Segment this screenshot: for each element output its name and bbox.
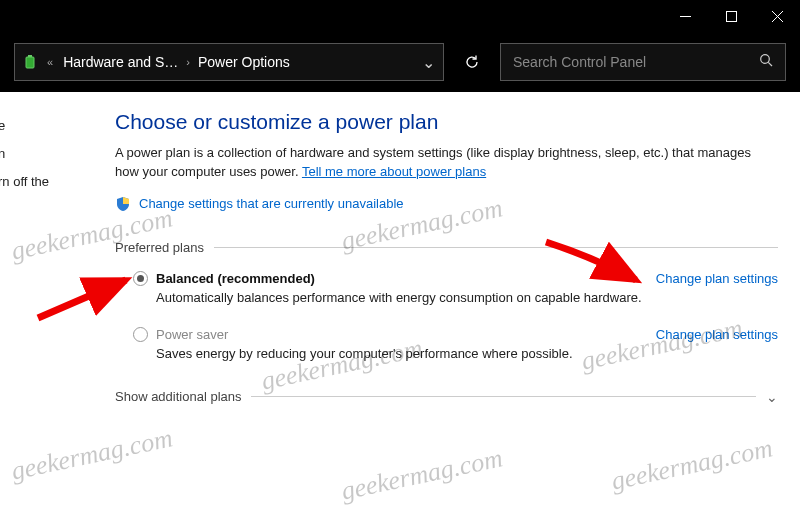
preferred-plans-label: Preferred plans [115,240,778,255]
chevron-down-icon[interactable]: ⌄ [422,53,435,72]
address-bar[interactable]: « Hardware and S… › Power Options ⌄ [14,43,444,81]
plan-power-saver: Power saver Change plan settings Saves e… [115,327,778,361]
chevron-right-icon: › [186,56,190,68]
breadcrumb-back-icon: « [47,56,53,68]
shield-icon [115,196,131,212]
breadcrumb-current[interactable]: Power Options [198,54,290,70]
svg-point-6 [761,55,770,64]
refresh-button[interactable] [454,43,490,81]
maximize-button[interactable] [708,0,754,32]
chevron-down-icon: ⌄ [766,389,778,405]
breadcrumb-parent[interactable]: Hardware and S… [63,54,178,70]
plan-balanced-name[interactable]: Balanced (recommended) [156,271,315,286]
page-description: A power plan is a collection of hardware… [115,144,778,182]
main-panel: Choose or customize a power plan A power… [115,110,778,405]
page-title: Choose or customize a power plan [115,110,778,134]
plan-balanced: Balanced (recommended) Change plan setti… [115,271,778,305]
change-plan-settings-saver[interactable]: Change plan settings [656,327,778,342]
radio-power-saver[interactable] [133,327,148,342]
sidebar-fragment: e n rn off the [0,112,49,196]
search-placeholder: Search Control Panel [513,54,759,70]
change-plan-settings-balanced[interactable]: Change plan settings [656,271,778,286]
close-button[interactable] [754,0,800,32]
learn-more-link[interactable]: Tell me more about power plans [302,164,486,179]
svg-rect-1 [726,11,736,21]
content-area: e n rn off the Choose or customize a pow… [0,92,800,527]
plan-saver-name[interactable]: Power saver [156,327,228,342]
minimize-button[interactable] [662,0,708,32]
window-titlebar [0,0,800,32]
battery-icon [23,54,39,70]
change-unavailable-link[interactable]: Change settings that are currently unava… [139,196,404,211]
plan-saver-desc: Saves energy by reducing your computer's… [156,346,778,361]
search-icon [759,53,773,71]
plan-balanced-desc: Automatically balances performance with … [156,290,778,305]
svg-line-7 [768,62,772,66]
search-input[interactable]: Search Control Panel [500,43,786,81]
radio-balanced[interactable] [133,271,148,286]
svg-rect-4 [26,57,34,68]
toolbar: « Hardware and S… › Power Options ⌄ Sear… [0,32,800,92]
svg-rect-5 [28,55,32,57]
additional-plans-toggle[interactable]: Show additional plans⌄ [115,389,778,405]
